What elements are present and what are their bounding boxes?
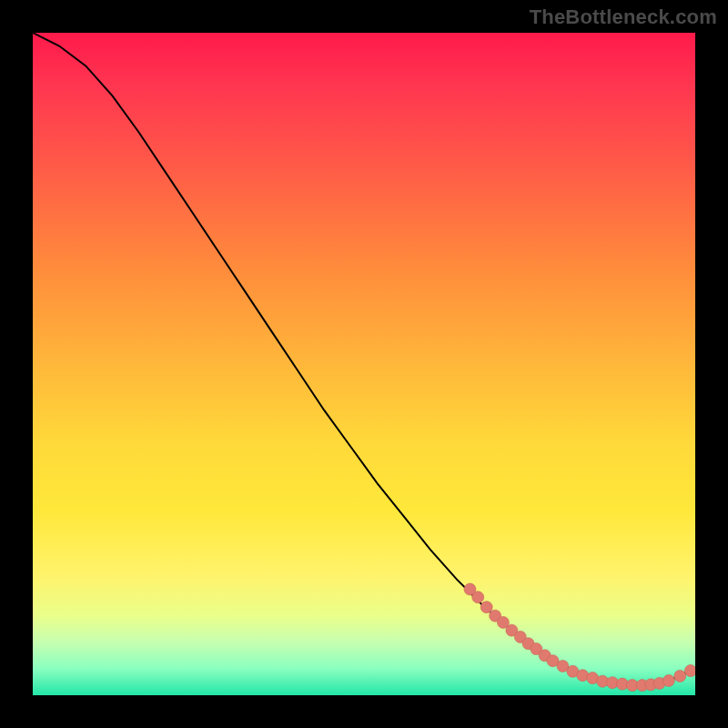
chart-svg — [33, 33, 695, 695]
chart-container: TheBottleneck.com — [0, 0, 728, 728]
plot-area — [33, 33, 695, 695]
watermark-text: TheBottleneck.com — [530, 5, 717, 29]
data-points-group — [464, 583, 695, 692]
data-point — [684, 665, 695, 677]
data-point — [480, 602, 492, 613]
data-point — [472, 592, 484, 603]
data-point — [662, 674, 674, 686]
data-point — [674, 670, 686, 682]
bottleneck-curve — [33, 33, 695, 685]
